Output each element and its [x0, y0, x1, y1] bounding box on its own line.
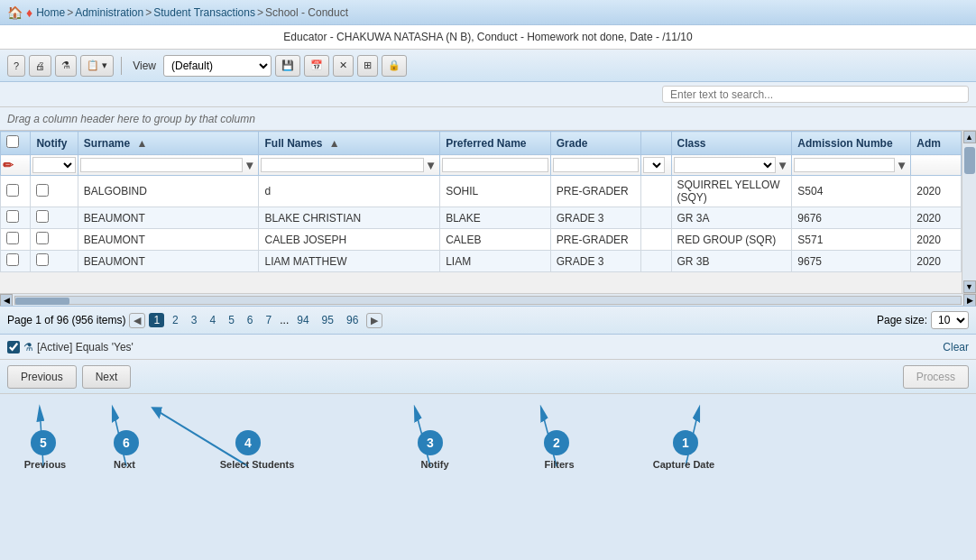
- col-grade-filter-header: [641, 132, 671, 155]
- row1-select[interactable]: [6, 184, 19, 197]
- breadcrumb-home[interactable]: Home: [36, 6, 65, 19]
- row1-fullnames: d: [259, 176, 440, 207]
- page-size-select[interactable]: 10 20 50: [931, 311, 969, 329]
- row3-select[interactable]: [6, 232, 19, 244]
- filter-tag-checkbox[interactable]: [7, 341, 20, 353]
- col-fullnames-header[interactable]: Full Names ▲: [259, 132, 440, 155]
- save-button[interactable]: 💾: [275, 55, 300, 77]
- page-1-link[interactable]: 1: [149, 313, 164, 327]
- row1-admission: S504: [792, 176, 911, 207]
- filter-tag-bar: ⚗ [Active] Equals 'Yes' Clear: [0, 335, 976, 360]
- filter-prefname-col: [440, 155, 551, 176]
- surname-filter-btn[interactable]: ▼: [243, 158, 256, 173]
- filter-tag-icon: ⚗: [23, 341, 33, 353]
- next-button[interactable]: Next: [82, 365, 132, 389]
- filter-fullnames-col: ▼: [259, 155, 440, 176]
- row3-notify-cb[interactable]: [36, 232, 49, 244]
- row4-prefname: LIAM: [440, 251, 551, 272]
- row4-notify-cb[interactable]: [36, 253, 49, 266]
- fullnames-filter-btn[interactable]: ▼: [424, 158, 437, 173]
- print-button[interactable]: 🖨: [29, 55, 51, 77]
- row4-class: GR 3B: [671, 251, 792, 272]
- help-button[interactable]: ?: [7, 55, 25, 77]
- row2-notify-cb[interactable]: [36, 210, 49, 223]
- row1-surname: BALGOBIND: [78, 176, 259, 207]
- scroll-right-btn[interactable]: ▶: [963, 294, 976, 307]
- horizontal-scrollbar[interactable]: ◀ ▶: [0, 293, 976, 306]
- grade-filter-select[interactable]: [643, 157, 665, 173]
- row2-prefname: BLAKE: [440, 207, 551, 229]
- grid-filter-row: ✏ ▼: [1, 155, 962, 176]
- grade-filter-input[interactable]: [553, 158, 639, 172]
- pager-next-btn[interactable]: ▶: [366, 313, 382, 328]
- lock-button[interactable]: 🔒: [382, 55, 407, 77]
- columns-button[interactable]: ⊞: [357, 55, 378, 77]
- breadcrumb-student-trans[interactable]: Student Transactions: [153, 6, 255, 19]
- toolbar: ? 🖨 ⚗ 📋 ▾ View (Default) 💾 📅 ✕ ⊞ 🔒: [0, 50, 976, 82]
- select-all-checkbox[interactable]: [6, 135, 19, 148]
- pager-prev-btn[interactable]: ◀: [129, 313, 145, 328]
- row4-fullnames: LIAM MATTHEW: [259, 251, 440, 272]
- scroll-left-btn[interactable]: ◀: [0, 294, 13, 307]
- vertical-scrollbar[interactable]: ▲ ▼: [962, 131, 976, 293]
- col-surname-header[interactable]: Surname ▲: [78, 132, 259, 155]
- filter-grade-select-col: [641, 155, 671, 176]
- page-96-link[interactable]: 96: [342, 313, 363, 327]
- class-filter-select[interactable]: [674, 157, 777, 173]
- scroll-down-btn[interactable]: ▼: [963, 280, 976, 293]
- row1-checkbox: [1, 176, 31, 207]
- page-2-link[interactable]: 2: [168, 313, 183, 327]
- pager-bar: Page 1 of 96 (956 items) ◀ 1 2 3 4 5 6 7…: [0, 306, 976, 335]
- notify-filter-select[interactable]: [32, 157, 75, 173]
- page-ellipsis: ...: [280, 314, 289, 326]
- admission-filter-input[interactable]: [794, 158, 895, 172]
- row1-grade: PRE-GRADER: [550, 176, 640, 207]
- row2-notify: [31, 207, 78, 229]
- class-filter-btn[interactable]: ▼: [776, 158, 789, 173]
- filter-button[interactable]: ⚗: [55, 55, 77, 77]
- row4-notify: [31, 251, 78, 272]
- col-admission-header: Admission Numbe: [792, 132, 911, 155]
- page-4-link[interactable]: 4: [205, 313, 220, 327]
- page-3-link[interactable]: 3: [187, 313, 202, 327]
- page-7-link[interactable]: 7: [262, 313, 277, 327]
- svg-line-4: [153, 409, 248, 466]
- filter-clear-btn[interactable]: Clear: [943, 341, 969, 353]
- table-row: BALGOBIND d SOHIL PRE-GRADER SQUIRREL YE…: [1, 176, 962, 207]
- page-94-link[interactable]: 94: [292, 313, 313, 327]
- annotation-circle-1: 1: [673, 430, 698, 455]
- filter-tag: ⚗ [Active] Equals 'Yes': [7, 341, 134, 353]
- breadcrumb: Home > Administration > Student Transact…: [36, 6, 348, 19]
- filter-admission-col: ▼: [792, 155, 911, 176]
- search-input[interactable]: [662, 86, 969, 103]
- breadcrumb-admin[interactable]: Administration: [75, 6, 143, 19]
- page-95-link[interactable]: 95: [318, 313, 338, 327]
- pencil-icon[interactable]: ✏: [3, 158, 14, 172]
- col-grade-header: Grade: [550, 132, 640, 155]
- cancel-button[interactable]: ✕: [333, 55, 354, 77]
- row1-notify-cb[interactable]: [36, 184, 49, 197]
- annotation-circle-6: 6: [114, 430, 139, 455]
- row4-select[interactable]: [6, 253, 19, 266]
- admission-filter-btn[interactable]: ▼: [895, 158, 908, 173]
- fullnames-filter-input[interactable]: [261, 158, 423, 172]
- row2-admission: 9676: [792, 207, 911, 229]
- filter-checkbox-col: ✏: [1, 155, 31, 176]
- calendar-button[interactable]: 📅: [304, 55, 329, 77]
- prefname-filter-input[interactable]: [442, 158, 548, 172]
- scroll-thumb[interactable]: [964, 147, 975, 174]
- surname-sort-arrow: ▲: [137, 137, 148, 150]
- filter-surname-col: ▼: [78, 155, 259, 176]
- action-bar: Previous Next Process: [0, 360, 976, 394]
- view-select[interactable]: (Default): [163, 55, 272, 77]
- previous-button[interactable]: Previous: [7, 365, 77, 389]
- export-button[interactable]: 📋 ▾: [80, 55, 114, 77]
- row2-select[interactable]: [6, 210, 19, 223]
- page-6-link[interactable]: 6: [243, 313, 258, 327]
- scroll-horiz-thumb[interactable]: [15, 298, 69, 305]
- surname-filter-input[interactable]: [80, 158, 243, 172]
- page-5-link[interactable]: 5: [224, 313, 239, 327]
- process-button[interactable]: Process: [903, 365, 969, 389]
- scroll-up-btn[interactable]: ▲: [963, 131, 976, 143]
- row3-surname: BEAUMONT: [78, 229, 259, 251]
